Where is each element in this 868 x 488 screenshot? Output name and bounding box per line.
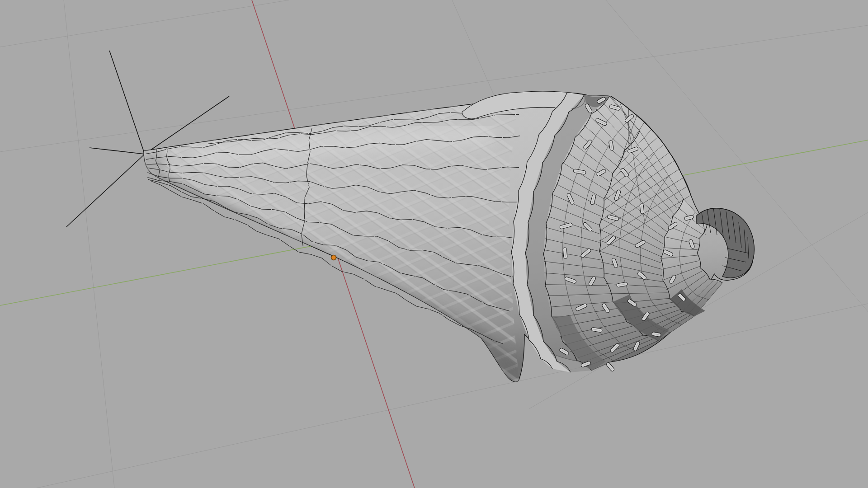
sprinkle bbox=[563, 248, 567, 259]
object-origin-dot[interactable] bbox=[331, 255, 336, 260]
viewport-canvas[interactable] bbox=[0, 0, 868, 488]
sprinkle bbox=[640, 204, 644, 214]
blender-3d-viewport[interactable] bbox=[0, 0, 868, 488]
